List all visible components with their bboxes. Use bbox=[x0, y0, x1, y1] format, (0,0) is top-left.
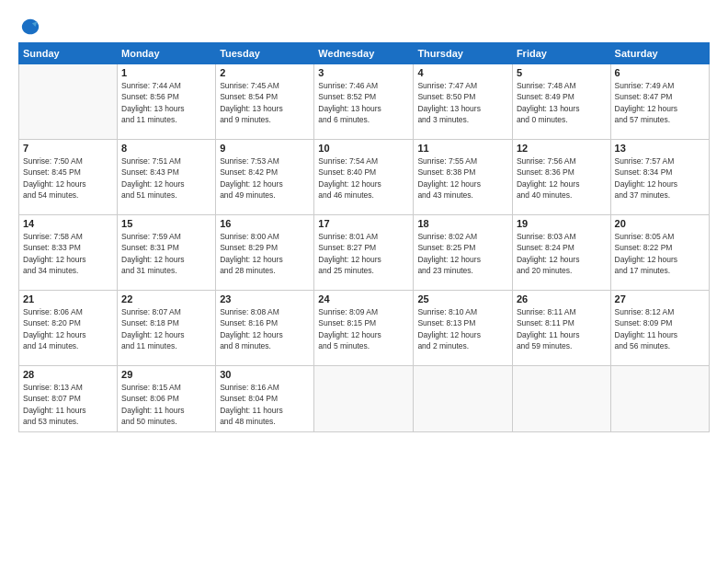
weekday-header-thursday: Thursday bbox=[414, 43, 513, 64]
day-number: 30 bbox=[220, 369, 310, 380]
calendar-cell: 18Sunrise: 8:02 AMSunset: 8:25 PMDayligh… bbox=[414, 215, 513, 291]
calendar-cell: 15Sunrise: 7:59 AMSunset: 8:31 PMDayligh… bbox=[118, 215, 216, 291]
calendar-cell: 20Sunrise: 8:05 AMSunset: 8:22 PMDayligh… bbox=[610, 215, 709, 291]
day-number: 12 bbox=[517, 143, 607, 154]
day-info: Sunrise: 8:10 AMSunset: 8:13 PMDaylight:… bbox=[417, 306, 508, 351]
calendar-week-5: 28Sunrise: 8:13 AMSunset: 8:07 PMDayligh… bbox=[19, 366, 710, 432]
day-info: Sunrise: 8:15 AMSunset: 8:06 PMDaylight:… bbox=[121, 382, 211, 427]
calendar-cell: 5Sunrise: 7:48 AMSunset: 8:49 PMDaylight… bbox=[512, 64, 610, 140]
day-info: Sunrise: 7:57 AMSunset: 8:34 PMDaylight:… bbox=[615, 155, 705, 201]
calendar-week-3: 14Sunrise: 7:58 AMSunset: 8:33 PMDayligh… bbox=[19, 215, 710, 291]
day-info: Sunrise: 8:02 AMSunset: 8:25 PMDaylight:… bbox=[417, 231, 508, 276]
day-number: 18 bbox=[417, 218, 508, 229]
day-info: Sunrise: 7:55 AMSunset: 8:38 PMDaylight:… bbox=[417, 155, 508, 201]
day-number: 6 bbox=[615, 67, 705, 78]
day-info: Sunrise: 7:44 AMSunset: 8:56 PMDaylight:… bbox=[121, 80, 211, 125]
day-number: 19 bbox=[517, 218, 607, 229]
day-number: 1 bbox=[121, 67, 211, 78]
day-number: 15 bbox=[121, 218, 211, 229]
day-info: Sunrise: 7:47 AMSunset: 8:50 PMDaylight:… bbox=[417, 80, 508, 125]
calendar-cell bbox=[610, 366, 709, 432]
day-info: Sunrise: 8:11 AMSunset: 8:11 PMDaylight:… bbox=[517, 306, 607, 351]
day-info: Sunrise: 7:50 AMSunset: 8:45 PMDaylight:… bbox=[23, 155, 113, 201]
day-info: Sunrise: 7:53 AMSunset: 8:42 PMDaylight:… bbox=[220, 155, 310, 201]
day-info: Sunrise: 8:05 AMSunset: 8:22 PMDaylight:… bbox=[615, 231, 705, 276]
day-number: 25 bbox=[417, 293, 508, 304]
day-number: 10 bbox=[318, 143, 409, 154]
day-info: Sunrise: 8:06 AMSunset: 8:20 PMDaylight:… bbox=[23, 306, 113, 351]
calendar-cell: 6Sunrise: 7:49 AMSunset: 8:47 PMDaylight… bbox=[610, 64, 709, 140]
day-number: 4 bbox=[417, 67, 508, 78]
calendar-cell: 8Sunrise: 7:51 AMSunset: 8:43 PMDaylight… bbox=[118, 140, 216, 215]
calendar-cell bbox=[314, 366, 414, 432]
calendar-cell: 4Sunrise: 7:47 AMSunset: 8:50 PMDaylight… bbox=[414, 64, 513, 140]
day-info: Sunrise: 8:07 AMSunset: 8:18 PMDaylight:… bbox=[121, 306, 211, 351]
calendar-cell: 23Sunrise: 8:08 AMSunset: 8:16 PMDayligh… bbox=[216, 291, 314, 366]
weekday-header-wednesday: Wednesday bbox=[314, 43, 414, 64]
day-number: 3 bbox=[318, 67, 409, 78]
calendar-cell: 26Sunrise: 8:11 AMSunset: 8:11 PMDayligh… bbox=[512, 291, 610, 366]
weekday-header-monday: Monday bbox=[118, 43, 216, 64]
calendar-cell: 27Sunrise: 8:12 AMSunset: 8:09 PMDayligh… bbox=[610, 291, 709, 366]
calendar-cell: 9Sunrise: 7:53 AMSunset: 8:42 PMDaylight… bbox=[216, 140, 314, 215]
day-number: 11 bbox=[417, 143, 508, 154]
day-number: 9 bbox=[220, 143, 310, 154]
day-number: 22 bbox=[121, 293, 211, 304]
day-number: 28 bbox=[23, 369, 113, 380]
day-info: Sunrise: 8:16 AMSunset: 8:04 PMDaylight:… bbox=[220, 382, 310, 427]
day-info: Sunrise: 7:54 AMSunset: 8:40 PMDaylight:… bbox=[318, 155, 409, 201]
calendar-cell: 17Sunrise: 8:01 AMSunset: 8:27 PMDayligh… bbox=[314, 215, 414, 291]
day-number: 8 bbox=[121, 143, 211, 154]
calendar-cell: 2Sunrise: 7:45 AMSunset: 8:54 PMDaylight… bbox=[216, 64, 314, 140]
day-number: 16 bbox=[220, 218, 310, 229]
calendar-cell: 10Sunrise: 7:54 AMSunset: 8:40 PMDayligh… bbox=[314, 140, 414, 215]
weekday-header-sunday: Sunday bbox=[19, 43, 118, 64]
calendar-table: SundayMondayTuesdayWednesdayThursdayFrid… bbox=[18, 42, 710, 432]
calendar-week-1: 1Sunrise: 7:44 AMSunset: 8:56 PMDaylight… bbox=[19, 64, 710, 140]
calendar-cell: 16Sunrise: 8:00 AMSunset: 8:29 PMDayligh… bbox=[216, 215, 314, 291]
day-number: 21 bbox=[23, 293, 113, 304]
day-info: Sunrise: 7:45 AMSunset: 8:54 PMDaylight:… bbox=[220, 80, 310, 125]
day-number: 27 bbox=[615, 293, 705, 304]
weekday-header-tuesday: Tuesday bbox=[216, 43, 314, 64]
calendar-cell: 25Sunrise: 8:10 AMSunset: 8:13 PMDayligh… bbox=[414, 291, 513, 366]
day-info: Sunrise: 8:03 AMSunset: 8:24 PMDaylight:… bbox=[517, 231, 607, 276]
weekday-header-saturday: Saturday bbox=[610, 43, 709, 64]
day-info: Sunrise: 7:56 AMSunset: 8:36 PMDaylight:… bbox=[517, 155, 607, 201]
calendar-week-2: 7Sunrise: 7:50 AMSunset: 8:45 PMDaylight… bbox=[19, 140, 710, 215]
header bbox=[18, 17, 710, 37]
day-number: 29 bbox=[121, 369, 211, 380]
day-info: Sunrise: 7:51 AMSunset: 8:43 PMDaylight:… bbox=[121, 155, 211, 201]
calendar-cell: 13Sunrise: 7:57 AMSunset: 8:34 PMDayligh… bbox=[610, 140, 709, 215]
day-info: Sunrise: 8:01 AMSunset: 8:27 PMDaylight:… bbox=[318, 231, 409, 276]
day-info: Sunrise: 7:48 AMSunset: 8:49 PMDaylight:… bbox=[517, 80, 607, 125]
day-number: 2 bbox=[220, 67, 310, 78]
calendar-cell bbox=[19, 64, 118, 140]
day-info: Sunrise: 8:12 AMSunset: 8:09 PMDaylight:… bbox=[615, 306, 705, 351]
logo-icon bbox=[20, 17, 40, 37]
day-number: 23 bbox=[220, 293, 310, 304]
calendar-cell: 3Sunrise: 7:46 AMSunset: 8:52 PMDaylight… bbox=[314, 64, 414, 140]
weekday-header-row: SundayMondayTuesdayWednesdayThursdayFrid… bbox=[19, 43, 710, 64]
day-number: 26 bbox=[517, 293, 607, 304]
calendar-cell: 28Sunrise: 8:13 AMSunset: 8:07 PMDayligh… bbox=[19, 366, 118, 432]
day-number: 14 bbox=[23, 218, 113, 229]
calendar-cell bbox=[414, 366, 513, 432]
calendar-cell: 30Sunrise: 8:16 AMSunset: 8:04 PMDayligh… bbox=[216, 366, 314, 432]
day-number: 7 bbox=[23, 143, 113, 154]
day-number: 20 bbox=[615, 218, 705, 229]
calendar-week-4: 21Sunrise: 8:06 AMSunset: 8:20 PMDayligh… bbox=[19, 291, 710, 366]
logo bbox=[18, 17, 40, 37]
calendar-cell bbox=[512, 366, 610, 432]
day-info: Sunrise: 8:08 AMSunset: 8:16 PMDaylight:… bbox=[220, 306, 310, 351]
calendar-page: SundayMondayTuesdayWednesdayThursdayFrid… bbox=[0, 0, 728, 563]
calendar-cell: 24Sunrise: 8:09 AMSunset: 8:15 PMDayligh… bbox=[314, 291, 414, 366]
calendar-cell: 11Sunrise: 7:55 AMSunset: 8:38 PMDayligh… bbox=[414, 140, 513, 215]
calendar-cell: 1Sunrise: 7:44 AMSunset: 8:56 PMDaylight… bbox=[118, 64, 216, 140]
day-number: 17 bbox=[318, 218, 409, 229]
day-info: Sunrise: 7:59 AMSunset: 8:31 PMDaylight:… bbox=[121, 231, 211, 276]
calendar-cell: 14Sunrise: 7:58 AMSunset: 8:33 PMDayligh… bbox=[19, 215, 118, 291]
calendar-cell: 21Sunrise: 8:06 AMSunset: 8:20 PMDayligh… bbox=[19, 291, 118, 366]
calendar-cell: 22Sunrise: 8:07 AMSunset: 8:18 PMDayligh… bbox=[118, 291, 216, 366]
calendar-cell: 7Sunrise: 7:50 AMSunset: 8:45 PMDaylight… bbox=[19, 140, 118, 215]
